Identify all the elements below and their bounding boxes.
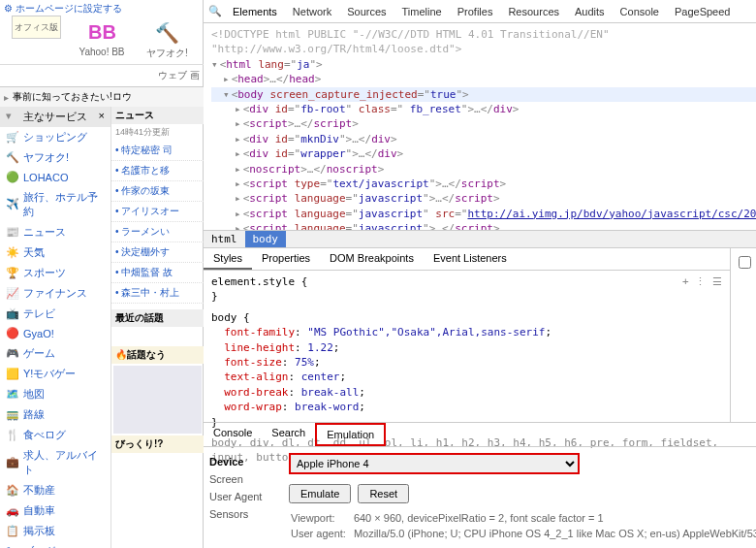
sidebar-item[interactable]: 🟨Y!モバゲー <box>0 364 110 384</box>
news-item[interactable]: • 決定棚外す <box>111 242 204 263</box>
category-icon: 🗺️ <box>6 388 19 402</box>
news-item[interactable]: • 名護市と移 <box>111 161 204 181</box>
category-icon: 📋 <box>6 525 19 538</box>
category-icon: 🟨 <box>6 368 19 381</box>
emulation-sidebar[interactable]: Device Screen User Agent Sensors <box>209 453 277 542</box>
emulate-button[interactable]: Emulate <box>289 484 351 503</box>
category-icon: 🟢 <box>6 171 19 184</box>
search-icon[interactable]: 🔍 <box>207 4 223 19</box>
drawer-tabs[interactable]: Console Search Emulation <box>204 423 756 447</box>
devtools-tab[interactable]: Network <box>285 2 339 21</box>
news-item[interactable]: • ラーメンい <box>111 222 204 242</box>
show-inherited-checkbox[interactable]: Show inherited <box>739 259 756 272</box>
bb-icon: BB <box>88 21 115 45</box>
devtools-tab[interactable]: Profiles <box>450 2 501 21</box>
yahoo-bb-link[interactable]: BBYahoo! BB <box>69 21 134 60</box>
sidebar-item[interactable]: 📰ニュース <box>0 222 110 242</box>
news-item[interactable]: • 中畑監督 故 <box>111 263 204 283</box>
news-item[interactable]: • 作家の坂東 <box>111 181 204 202</box>
recent-header: 最近の話題 <box>111 309 204 327</box>
sidebar-item[interactable]: 🔴GyaO! <box>0 324 110 343</box>
office-badge: オフィス版 <box>4 21 69 60</box>
category-icon: ✎ <box>6 545 19 549</box>
sidebar-item[interactable]: ✈️旅行、ホテル予約 <box>0 187 110 222</box>
sidebar-item[interactable]: ☀️天気 <box>0 242 110 263</box>
sidebar-item[interactable]: 🏆スポーツ <box>0 263 110 283</box>
category-icon: ☀️ <box>6 246 19 260</box>
chevron-right-icon: ▸ <box>4 92 9 103</box>
devtools-tab[interactable]: PageSpeed <box>667 2 739 21</box>
category-icon: 📺 <box>6 307 19 321</box>
sidebar-item[interactable]: 📺テレビ <box>0 304 110 324</box>
category-icon: 📰 <box>6 226 19 240</box>
close-icon[interactable]: × <box>99 110 105 124</box>
promo-image <box>113 366 202 434</box>
sidebar-item[interactable]: 🛒ショッピング <box>0 127 110 147</box>
news-item[interactable]: • 特定秘密 司 <box>111 141 204 161</box>
breadcrumb[interactable]: html body <box>204 230 756 247</box>
sidebar-item[interactable]: 🗺️地図 <box>0 384 110 404</box>
news-item[interactable]: • アイリスオー <box>111 202 204 222</box>
sidebar-item[interactable]: 🟢LOHACO <box>0 168 110 187</box>
sidebar-header: ▾主なサービス× <box>0 107 110 127</box>
category-icon: 🏠 <box>6 484 19 498</box>
category-icon: ✈️ <box>6 198 19 211</box>
styles-tabs[interactable]: Styles Properties DOM Breakpoints Event … <box>204 248 730 271</box>
sidebar-item[interactable]: 📋掲示板 <box>0 521 110 541</box>
sidebar-item[interactable]: 🔨ヤフオク! <box>0 147 110 168</box>
search-tabs[interactable]: ウェブ画 <box>0 65 204 86</box>
reset-button[interactable]: Reset <box>358 484 409 503</box>
sidebar-item[interactable]: 🎮ゲーム <box>0 343 110 364</box>
gavel-icon: 🔨 <box>153 21 180 45</box>
news-item[interactable]: • 森三中・村上 <box>111 283 204 304</box>
devtools-tab[interactable]: Console <box>613 2 667 21</box>
category-icon: 🏆 <box>6 267 19 280</box>
category-icon: 🔨 <box>6 151 19 165</box>
sidebar-item[interactable]: 🚃路線 <box>0 404 110 425</box>
devtools-tab[interactable]: Resources <box>500 2 567 21</box>
category-icon: 🍴 <box>6 429 19 442</box>
emulation-info: Viewport:640 × 960, devicePixelRatio = 2… <box>289 509 756 542</box>
topic-header: 🔥話題なう <box>111 346 204 364</box>
devtools-tabs: 🔍 ElementsNetworkSourcesTimelineProfiles… <box>204 0 756 23</box>
category-icon: 🚗 <box>6 504 19 518</box>
category-icon: 🛒 <box>6 131 19 145</box>
sidebar-item[interactable]: 🍴食べログ <box>0 425 110 445</box>
sidebar-item[interactable]: 💼求人、アルバイト <box>0 445 110 480</box>
sidebar-item[interactable]: 📈ファイナンス <box>0 283 110 304</box>
category-icon: 🎮 <box>6 347 19 361</box>
devtools-tab[interactable]: Audits <box>567 2 613 21</box>
yahuoku-link[interactable]: 🔨ヤフオク! <box>135 21 200 60</box>
sidebar-item[interactable]: ✎ブログ <box>0 541 110 548</box>
add-rule-icons[interactable]: + ⋮ ☰ <box>682 274 722 289</box>
category-icon: 📈 <box>6 287 19 301</box>
elements-panel[interactable]: <!DOCTYPE html PUBLIC "-//W3C//DTD HTML … <box>204 23 756 230</box>
news-time: 14時41分更新 <box>111 124 204 141</box>
notice-bar[interactable]: ▸事前に知っておきたい!ロウ <box>0 87 204 107</box>
sidebar-item[interactable]: 🚗自動車 <box>0 500 110 521</box>
sidebar-item[interactable]: 🏠不動産 <box>0 480 110 500</box>
devtools-tab[interactable]: Elements <box>225 2 285 21</box>
category-icon: 🔴 <box>6 327 19 340</box>
category-icon: 💼 <box>6 456 19 469</box>
surprise-header: びっくり!? <box>111 435 204 453</box>
devtools-tab[interactable]: Sources <box>339 2 394 21</box>
news-header: ニュース <box>111 107 204 124</box>
devtools-tab[interactable]: Timeline <box>394 2 450 21</box>
device-select[interactable]: Apple iPhone 4 <box>289 453 580 474</box>
category-icon: 🚃 <box>6 408 19 422</box>
